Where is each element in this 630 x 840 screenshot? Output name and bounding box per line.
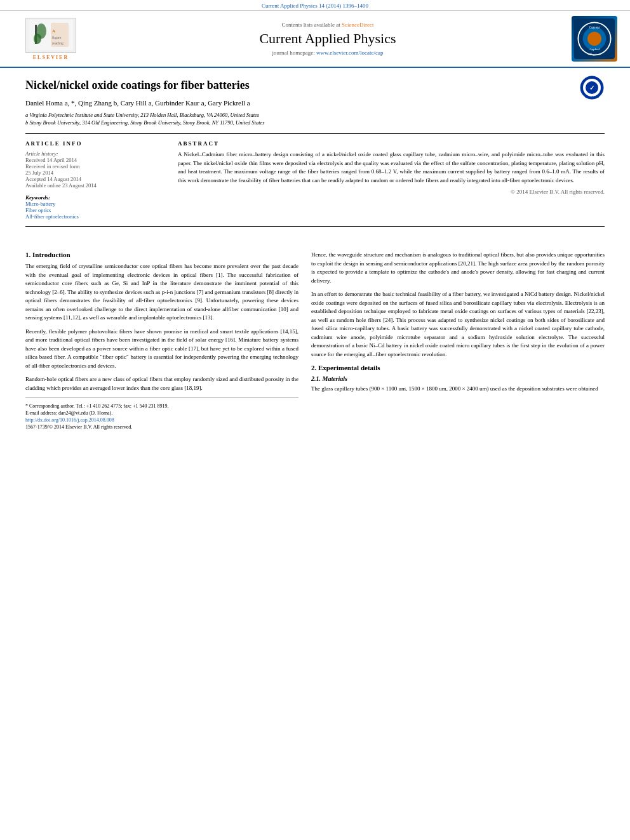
journal-small-logo: Current Applied Physics <box>572 16 617 62</box>
intro-para-2: Recently, flexible polymer photovoltaic … <box>25 328 298 371</box>
experimental-title: 2. Experimental details <box>311 364 605 371</box>
article-info-column: ARTICLE INFO Article history: Received 1… <box>25 140 165 220</box>
intro-right-para-1: Hence, the waveguide structure and mecha… <box>311 251 605 285</box>
materials-title-text: Materials <box>323 375 347 382</box>
materials-number: 2.1. <box>311 375 321 382</box>
sciencedirect-link[interactable]: ScienceDirect <box>342 22 373 28</box>
svg-text:Physics: Physics <box>589 53 599 56</box>
article-info-abstract: ARTICLE INFO Article history: Received 1… <box>25 133 605 227</box>
keyword-1: Micro-battery <box>25 201 165 207</box>
keywords-label: Keywords: <box>25 194 50 201</box>
header-right-logo: Current Applied Physics <box>566 16 617 62</box>
materials-subsection-title: 2.1. Materials <box>311 375 605 382</box>
article-info-heading: ARTICLE INFO <box>25 140 165 147</box>
journal-ref-text: Current Applied Physics 14 (2014) 1396–1… <box>262 3 368 9</box>
keyword-2: Fiber optics <box>25 207 165 213</box>
journal-title: Current Applied Physics <box>89 30 566 47</box>
accepted-date: Accepted 14 August 2014 <box>25 176 165 182</box>
article-content: ✓ CrossMark Nickel/nickel oxide coatings… <box>0 68 630 244</box>
svg-text:✓: ✓ <box>589 84 594 91</box>
svg-text:Current: Current <box>589 25 600 29</box>
affiliation-b: b Stony Brook University, 314 Old Engine… <box>25 119 605 126</box>
email-address: E-mail address: dan24@vt.edu (D. Homa). <box>25 410 298 416</box>
keyword-3: All-fiber optoelectronics <box>25 213 165 220</box>
body-right-column: Hence, the waveguide structure and mecha… <box>311 251 605 431</box>
intro-para-3: Random-hole optical fibers are a new cla… <box>25 375 298 392</box>
doi-link[interactable]: http://dx.doi.org/10.1016/j.cap.2014.08.… <box>25 417 114 423</box>
available-online: Available online 23 August 2014 <box>25 182 165 189</box>
crossmark[interactable]: ✓ CrossMark <box>579 75 605 102</box>
materials-text: The glass capillary tubes (900 × 1100 um… <box>311 385 605 394</box>
header-center: Contents lists available at ScienceDirec… <box>89 22 566 56</box>
intro-right-para-2: In an effort to demonstrate the basic te… <box>311 290 605 359</box>
experimental-title-text: Experimental details <box>318 364 380 371</box>
svg-point-3 <box>34 34 41 44</box>
article-title: Nickel/nickel oxide coatings for fiber b… <box>25 78 605 93</box>
article-history: Article history: Received 14 April 2014 … <box>25 150 165 189</box>
homepage-info: journal homepage: www.elsevier.com/locat… <box>89 50 566 56</box>
experimental-number: 2. <box>311 364 316 371</box>
intro-number: 1. <box>25 251 30 258</box>
issn-line: 1567-1739/© 2014 Elsevier B.V. All right… <box>25 424 298 430</box>
available-at-label: Contents lists available at ScienceDirec… <box>89 22 566 28</box>
body-left-column: 1. Introduction The emerging field of cr… <box>25 251 298 431</box>
svg-text:Applied: Applied <box>589 48 600 51</box>
svg-text:reading: reading <box>52 41 64 45</box>
journal-ref-bar: Current Applied Physics 14 (2014) 1396–1… <box>0 0 630 11</box>
journal-header: A figure reading ELSEVIER Contents lists… <box>0 11 630 68</box>
received-date: Received 14 April 2014 <box>25 157 165 163</box>
elsevier-logo: A figure reading ELSEVIER <box>13 18 89 60</box>
svg-point-11 <box>587 32 601 46</box>
abstract-column: ABSTRACT A Nickel–Cadmium fiber micro–ba… <box>178 140 605 220</box>
history-label: Article history: <box>25 150 165 157</box>
copyright-text: © 2014 Elsevier B.V. All rights reserved… <box>178 189 605 195</box>
intro-para-1: The emerging field of crystalline semico… <box>25 262 298 323</box>
doi-line: http://dx.doi.org/10.1016/j.cap.2014.08.… <box>25 417 298 423</box>
footer-divider <box>25 397 298 398</box>
body-content: 1. Introduction The emerging field of cr… <box>0 244 630 437</box>
intro-title: 1. Introduction <box>25 251 298 258</box>
corresponding-author: * Corresponding author. Tel.: +1 410 262… <box>25 403 298 409</box>
authors-line: Daniel Homa a, *, Qing Zhang b, Cary Hil… <box>25 99 605 107</box>
abstract-text: A Nickel–Cadmium fiber micro–battery des… <box>178 150 605 185</box>
homepage-url[interactable]: www.elsevier.com/locate/cap <box>316 50 383 56</box>
svg-text:figure: figure <box>52 36 62 39</box>
keywords-section: Keywords: Micro-battery Fiber optics All… <box>25 194 165 220</box>
abstract-heading: ABSTRACT <box>178 140 605 147</box>
received-revised: Received in revised form 25 July 2014 <box>25 163 165 176</box>
intro-title-text: Introduction <box>32 251 70 258</box>
elsevier-icon-image: A figure reading <box>25 18 76 53</box>
svg-text:A: A <box>52 29 55 34</box>
affiliation-a: a Virginia Polytechnic Institute and Sta… <box>25 112 605 118</box>
svg-text:CrossMark: CrossMark <box>585 95 600 98</box>
affiliations: a Virginia Polytechnic Institute and Sta… <box>25 112 605 126</box>
elsevier-label: ELSEVIER <box>33 55 69 60</box>
title-section: ✓ CrossMark Nickel/nickel oxide coatings… <box>25 78 605 93</box>
